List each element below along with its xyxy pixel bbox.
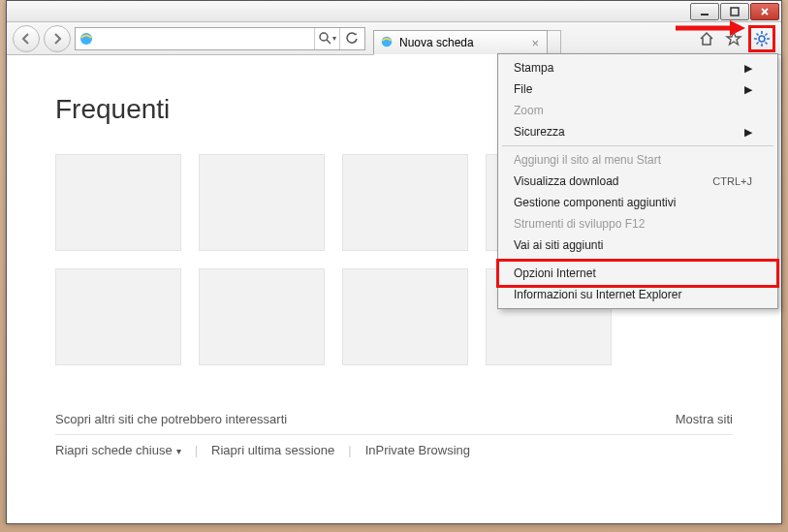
menu-item-label: Informazioni su Internet Explorer xyxy=(514,288,681,301)
forward-button[interactable] xyxy=(44,25,71,52)
frequent-tile[interactable] xyxy=(199,268,325,365)
reopen-closed-label: Riapri schede chiuse xyxy=(55,443,173,457)
minimize-icon xyxy=(699,6,710,17)
toolbar-right xyxy=(688,25,775,52)
arrow-left-icon xyxy=(19,32,33,46)
separator: | xyxy=(195,443,198,457)
address-input[interactable] xyxy=(97,28,314,49)
maximize-icon xyxy=(729,6,741,17)
menu-item-zoom: Zoom xyxy=(500,100,775,121)
menu-item-label: Zoom xyxy=(514,104,544,117)
show-sites-link[interactable]: Mostra siti xyxy=(676,412,733,426)
svg-rect-0 xyxy=(701,14,709,16)
frequent-tile[interactable] xyxy=(342,154,468,251)
reopen-last-session-link[interactable]: Riapri ultima sessione xyxy=(211,443,334,457)
window-titlebar xyxy=(7,1,781,22)
close-icon xyxy=(759,6,771,17)
menu-separator xyxy=(502,145,773,146)
menu-item-opzioni-internet[interactable]: Opzioni Internet xyxy=(500,263,775,284)
frequent-tile[interactable] xyxy=(55,154,181,251)
submenu-arrow-icon: ▶ xyxy=(744,83,752,96)
menu-item-label: Strumenti di sviluppo F12 xyxy=(514,217,645,231)
menu-item-sicurezza[interactable]: Sicurezza▶ xyxy=(500,121,775,142)
menu-item-label: Stampa xyxy=(514,61,553,75)
home-button[interactable] xyxy=(694,27,719,50)
bottom-links: Scopri altri siti che potrebbero interes… xyxy=(55,404,733,465)
menu-item-visualizza-download[interactable]: Visualizza downloadCTRL+J xyxy=(500,171,775,192)
arrow-right-icon xyxy=(50,32,64,46)
tab-close-button[interactable]: × xyxy=(529,36,541,50)
menu-item-aggiungi-il-sito-al-menu-start: Aggiungi il sito al menu Start xyxy=(500,149,775,171)
back-button[interactable] xyxy=(13,25,40,52)
menu-item-vai-ai-siti-aggiunti[interactable]: Vai ai siti aggiunti xyxy=(500,235,775,256)
separator: | xyxy=(348,443,351,457)
submenu-arrow-icon: ▶ xyxy=(744,62,752,75)
menu-item-gestione-componenti-aggiuntivi[interactable]: Gestione componenti aggiuntivi xyxy=(500,192,775,213)
ie-logo-icon xyxy=(76,28,97,49)
ie-logo-icon xyxy=(380,35,394,51)
menu-item-label: Gestione componenti aggiuntivi xyxy=(514,196,676,209)
menu-item-stampa[interactable]: Stampa▶ xyxy=(500,57,775,78)
window-close-button[interactable] xyxy=(750,3,779,20)
home-icon xyxy=(698,30,715,47)
menu-item-label: Aggiungi il sito al menu Start xyxy=(514,153,661,167)
window-maximize-button[interactable] xyxy=(720,3,749,20)
svg-point-3 xyxy=(320,33,328,41)
frequent-tile[interactable] xyxy=(199,154,325,251)
frequent-tile[interactable] xyxy=(342,268,468,365)
favorites-button[interactable] xyxy=(721,27,746,50)
tools-button[interactable] xyxy=(748,25,775,52)
new-tab-button[interactable] xyxy=(548,30,561,55)
search-icon xyxy=(319,32,331,45)
tab-bar: Nuova scheda × xyxy=(373,22,684,54)
submenu-arrow-icon: ▶ xyxy=(744,126,752,139)
menu-item-shortcut: CTRL+J xyxy=(712,175,752,187)
frequent-tile[interactable] xyxy=(55,268,181,365)
menu-item-strumenti-di-sviluppo-f12: Strumenti di sviluppo F12 xyxy=(500,213,775,235)
address-bar[interactable]: ▾ xyxy=(75,27,365,50)
menu-separator xyxy=(502,259,773,260)
star-icon xyxy=(725,30,742,47)
tools-menu: Stampa▶File▶ZoomSicurezza▶Aggiungi il si… xyxy=(497,53,778,309)
chevron-down-icon: ▾ xyxy=(332,34,336,43)
refresh-button[interactable] xyxy=(339,28,364,49)
window-minimize-button[interactable] xyxy=(690,3,719,20)
menu-item-label: File xyxy=(514,82,532,96)
inprivate-link[interactable]: InPrivate Browsing xyxy=(365,443,470,457)
menu-item-label: Opzioni Internet xyxy=(514,266,596,280)
refresh-icon xyxy=(346,32,359,45)
tab-label: Nuova scheda xyxy=(399,36,474,49)
chevron-down-icon: ▾ xyxy=(176,446,181,456)
tab-new[interactable]: Nuova scheda × xyxy=(373,30,548,55)
menu-item-file[interactable]: File▶ xyxy=(500,78,775,100)
menu-item-label: Sicurezza xyxy=(514,125,565,139)
gear-icon xyxy=(753,30,771,47)
discover-sites-link[interactable]: Scopri altri siti che potrebbero interes… xyxy=(55,412,287,426)
navigation-bar: ▾ Nuova scheda × xyxy=(7,22,781,55)
reopen-closed-tabs-link[interactable]: Riapri schede chiuse▾ xyxy=(55,443,181,457)
menu-item-label: Vai ai siti aggiunti xyxy=(514,238,604,252)
svg-rect-1 xyxy=(731,8,739,16)
menu-item-informazioni-su-internet-explorer[interactable]: Informazioni su Internet Explorer xyxy=(500,284,775,305)
search-button[interactable]: ▾ xyxy=(314,28,339,49)
menu-item-label: Visualizza download xyxy=(514,174,619,188)
svg-point-5 xyxy=(759,36,765,42)
